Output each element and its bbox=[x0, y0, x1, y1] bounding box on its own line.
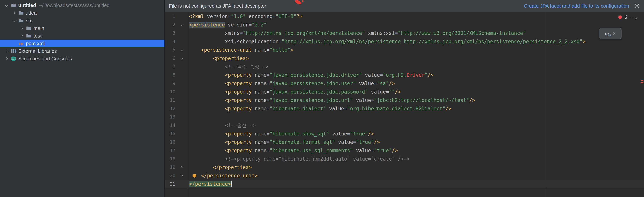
tree-item-main[interactable]: main bbox=[0, 24, 164, 32]
code-line-16[interactable]: 16 <property name="hibernate.format_sql"… bbox=[165, 138, 644, 146]
tree-item-idea[interactable]: .idea bbox=[0, 9, 164, 17]
code-text[interactable]: <property name="hibernate.use_sql_commen… bbox=[188, 146, 398, 155]
chevron-right-icon[interactable] bbox=[18, 35, 25, 37]
code-text[interactable]: <property name="javax.persistence.jdbc.d… bbox=[188, 71, 434, 79]
code-text[interactable]: <property name="hibernate.show_sql" valu… bbox=[188, 130, 374, 138]
line-number[interactable]: 9 bbox=[165, 79, 176, 88]
code-line-9[interactable]: 9 <property name="javax.persistence.jdbc… bbox=[165, 79, 644, 88]
code-text[interactable]: </persistence> bbox=[188, 180, 232, 188]
code-line-1[interactable]: 1<?xml version="1.0" encoding="UTF-8"?> bbox=[165, 12, 644, 20]
line-number[interactable]: 2 bbox=[165, 20, 176, 29]
line-number[interactable]: 1 bbox=[165, 12, 176, 20]
chevron-right-icon[interactable] bbox=[3, 50, 10, 52]
code-text[interactable]: xsi:schemaLocation="http://xmlns.jcp.org… bbox=[188, 37, 586, 46]
code-line-18[interactable]: 18 <!—<property name="hibernate.hbm2ddl.… bbox=[165, 155, 644, 163]
floating-editor-widget[interactable]: m × bbox=[599, 28, 622, 39]
code-text[interactable]: <!— 필수 속성 —> bbox=[188, 62, 268, 71]
settings-gear-icon[interactable] bbox=[634, 3, 640, 9]
code-text[interactable]: <properties> bbox=[188, 54, 249, 62]
code-text[interactable]: <?xml version="1.0" encoding="UTF-8"?> bbox=[188, 12, 302, 20]
chevron-right-icon[interactable] bbox=[18, 27, 25, 29]
code-text[interactable]: <persistence-unit name="hello"> bbox=[188, 46, 294, 54]
token-plain bbox=[252, 47, 255, 53]
next-error-button[interactable] bbox=[636, 14, 637, 20]
line-number[interactable]: 5 bbox=[165, 46, 176, 54]
code-line-2[interactable]: 2<persistence version="2.2" bbox=[165, 20, 644, 29]
code-text[interactable]: <property name="javax.persistence.jdbc.p… bbox=[188, 88, 401, 96]
tree-item-test[interactable]: test bbox=[0, 32, 164, 40]
line-number[interactable]: 7 bbox=[165, 62, 176, 71]
code-line-7[interactable]: 7 <!— 필수 속성 —> bbox=[165, 62, 644, 71]
code-text[interactable]: <!—<property name="hibernate.hbm2ddl.aut… bbox=[188, 155, 410, 163]
line-number[interactable]: 18 bbox=[165, 155, 176, 163]
line-number[interactable]: 20 bbox=[165, 172, 176, 180]
token-tag: <property bbox=[225, 139, 252, 145]
code-line-11[interactable]: 11 <property name="javax.persistence.jdb… bbox=[165, 96, 644, 104]
fold-slot bbox=[176, 113, 188, 121]
code-line-21[interactable]: 21</persistence> bbox=[165, 180, 644, 188]
code-text[interactable]: <persistence version="2.2" bbox=[188, 20, 266, 29]
editor[interactable]: 1<?xml version="1.0" encoding="UTF-8"?>2… bbox=[165, 12, 644, 197]
token-plain: = bbox=[278, 39, 282, 44]
code-text[interactable]: <property name="hibernate.format_sql" va… bbox=[188, 138, 380, 146]
chevron-right-icon[interactable] bbox=[11, 12, 18, 14]
line-number[interactable]: 17 bbox=[165, 146, 176, 155]
line-number[interactable]: 10 bbox=[165, 88, 176, 96]
code-line-6[interactable]: 6 <properties> bbox=[165, 54, 644, 62]
chevron-down-icon[interactable] bbox=[11, 20, 18, 22]
close-icon[interactable]: × bbox=[613, 30, 616, 36]
line-number[interactable]: 16 bbox=[165, 138, 176, 146]
error-stripe-mark[interactable] bbox=[641, 80, 643, 81]
code-area[interactable]: 1<?xml version="1.0" encoding="UTF-8"?>2… bbox=[165, 12, 644, 188]
code-text[interactable]: <property name="hibernate.dialect" value… bbox=[188, 104, 452, 113]
code-line-13[interactable]: 13 bbox=[165, 113, 644, 121]
code-text[interactable]: xmlns="http://xmlns.jcp.org/xml/ns/persi… bbox=[188, 29, 526, 37]
line-number[interactable]: 13 bbox=[165, 113, 176, 121]
line-number[interactable]: 4 bbox=[165, 37, 176, 46]
line-number[interactable]: 6 bbox=[165, 54, 176, 62]
code-text[interactable]: </persistence-unit> bbox=[188, 172, 258, 180]
line-number[interactable]: 19 bbox=[165, 163, 176, 172]
line-number[interactable]: 14 bbox=[165, 121, 176, 130]
fold-down-icon[interactable] bbox=[176, 20, 188, 29]
chevron-right-icon[interactable] bbox=[3, 58, 10, 60]
code-line-12[interactable]: 12 <property name="hibernate.dialect" va… bbox=[165, 104, 644, 113]
fold-down-icon[interactable] bbox=[176, 46, 188, 54]
code-line-20[interactable]: 20 </persistence-unit> bbox=[165, 172, 644, 180]
intention-bulb-icon[interactable] bbox=[192, 174, 196, 178]
code-line-5[interactable]: 5 <persistence-unit name="hello"> bbox=[165, 46, 644, 54]
create-jpa-facet-link[interactable]: Create JPA facet and add file to its con… bbox=[524, 3, 629, 9]
maven-search-icon[interactable]: m bbox=[605, 30, 609, 37]
tree-item-scratches-and-consoles[interactable]: Scratches and Consoles bbox=[0, 55, 164, 62]
line-number[interactable]: 15 bbox=[165, 130, 176, 138]
fold-up-icon[interactable] bbox=[176, 172, 188, 180]
code-text[interactable] bbox=[188, 113, 189, 121]
line-number[interactable]: 3 bbox=[165, 29, 176, 37]
line-number[interactable]: 21 bbox=[165, 180, 176, 188]
code-text[interactable]: <property name="javax.persistence.jdbc.u… bbox=[188, 96, 475, 104]
code-text[interactable]: <property name="javax.persistence.jdbc.u… bbox=[188, 79, 395, 88]
line-number[interactable]: 11 bbox=[165, 96, 176, 104]
code-line-3[interactable]: 3 xmlns="http://xmlns.jcp.org/xml/ns/per… bbox=[165, 29, 644, 37]
code-line-15[interactable]: 15 <property name="hibernate.show_sql" v… bbox=[165, 130, 644, 138]
code-line-19[interactable]: 19 </properties> bbox=[165, 163, 644, 172]
code-text[interactable]: <!— 옵션 —> bbox=[188, 121, 256, 130]
previous-error-button[interactable] bbox=[631, 14, 632, 20]
fold-down-icon[interactable] bbox=[176, 54, 188, 62]
chevron-down-icon[interactable] bbox=[3, 4, 10, 6]
error-stripe-mark[interactable] bbox=[641, 82, 643, 83]
code-line-4[interactable]: 4 xsi:schemaLocation="http://xmlns.jcp.o… bbox=[165, 37, 644, 46]
code-line-10[interactable]: 10 <property name="javax.persistence.jdb… bbox=[165, 88, 644, 96]
line-number[interactable]: 8 bbox=[165, 71, 176, 79]
code-text[interactable]: </properties> bbox=[188, 163, 252, 172]
tree-item-external-libraries[interactable]: External Libraries bbox=[0, 47, 164, 55]
code-line-17[interactable]: 17 <property name="hibernate.use_sql_com… bbox=[165, 146, 644, 155]
fold-up-icon[interactable] bbox=[176, 163, 188, 172]
error-stripe-scrollbar[interactable] bbox=[640, 12, 644, 197]
tree-item-pom-xml[interactable]: mpom.xml bbox=[0, 40, 164, 47]
tree-item-root[interactable]: untitled~/Downloads/testssssss/untitled bbox=[0, 2, 164, 9]
code-line-14[interactable]: 14 <!— 옵션 —> bbox=[165, 121, 644, 130]
code-line-8[interactable]: 8 <property name="javax.persistence.jdbc… bbox=[165, 71, 644, 79]
tree-item-src[interactable]: src bbox=[0, 17, 164, 24]
line-number[interactable]: 12 bbox=[165, 104, 176, 113]
